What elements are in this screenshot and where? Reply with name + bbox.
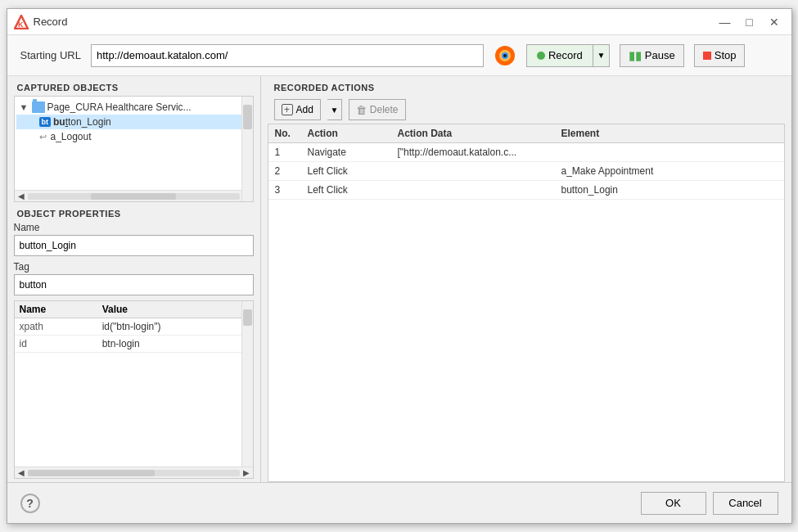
tree-scroll-area: ▼ Page_CURA Healthcare Servic... bt butt… (15, 97, 253, 190)
footer-right: OK Cancel (641, 492, 778, 515)
footer-left: ? (20, 494, 40, 513)
btn-tag: bt (39, 117, 52, 127)
action-element-1 (555, 143, 784, 162)
maximize-button[interactable]: □ (739, 14, 760, 30)
captured-objects-header: CAPTURED OBJECTS (7, 76, 260, 96)
col-action-data: Action Data (391, 124, 555, 143)
action-data-3 (391, 181, 555, 200)
props-col-value: Value (97, 301, 253, 318)
action-element-3: button_Login (555, 181, 784, 200)
tag-input[interactable] (14, 274, 254, 295)
h-scroll-track (28, 193, 240, 200)
tree-label-button-login: button_Login (53, 116, 111, 128)
props-row-id[interactable]: id btn-login (15, 336, 253, 353)
props-table-scroll: Name Value xpath id("btn-login") (15, 301, 253, 467)
tree-item-a-logout[interactable]: ↩ a_Logout (16, 129, 251, 144)
ok-button[interactable]: OK (641, 492, 706, 515)
props-scrollbar-thumb (243, 309, 252, 326)
url-input[interactable] (91, 44, 484, 67)
name-label: Name (14, 222, 254, 233)
tag-field-container: Tag (14, 261, 254, 295)
captured-objects-pane: ▼ Page_CURA Healthcare Servic... bt butt… (14, 96, 254, 202)
action-no-3: 3 (268, 181, 301, 200)
stop-icon (703, 52, 711, 60)
captured-scrollbar-thumb (243, 105, 252, 129)
tree-label-a-logout: a_Logout (51, 131, 92, 142)
props-horizontal-scrollbar[interactable]: ◀ ▶ (15, 467, 253, 478)
main-window: K Record — □ ✕ Starting URL Record (7, 8, 792, 524)
record-button-group: Record ▼ (526, 44, 610, 67)
recorded-actions-header: RECORDED ACTIONS (261, 76, 791, 96)
action-data-2 (391, 162, 555, 181)
tree-root-label: Page_CURA Healthcare Servic... (47, 101, 192, 113)
toolbar: Starting URL Record ▼ ▮▮ Pause Stop (7, 35, 791, 76)
tag-label: Tag (14, 261, 254, 273)
props-h-track (28, 470, 240, 476)
expand-icon: ▼ (20, 102, 29, 112)
action-row-1[interactable]: 1 Navigate ["http://demoaut.katalon.c... (268, 143, 784, 162)
props-h-thumb (28, 470, 155, 476)
name-field-container: Name (14, 222, 254, 256)
actions-table: No. Action Action Data Element 1 Navigat… (268, 124, 784, 200)
object-properties-header: OBJECT PROPERTIES (7, 202, 260, 222)
actions-table-wrap: No. Action Action Data Element 1 Navigat… (268, 124, 785, 482)
col-action: Action (301, 124, 391, 143)
cancel-button[interactable]: Cancel (713, 492, 778, 515)
captured-vertical-scrollbar[interactable] (241, 97, 253, 201)
props-cell-id-value: btn-login (97, 336, 253, 353)
action-name-2: Left Click (301, 162, 391, 181)
action-data-1: ["http://demoaut.katalon.c... (391, 143, 555, 162)
props-row-xpath[interactable]: xpath id("btn-login") (15, 318, 253, 336)
minimize-button[interactable]: — (715, 14, 736, 30)
name-input[interactable] (14, 235, 254, 256)
props-cell-xpath-name: xpath (15, 318, 97, 336)
record-dot (537, 52, 545, 60)
app-logo: K (14, 15, 29, 29)
actions-toolbar: + Add ▼ 🗑 Delete (261, 96, 791, 124)
captured-horizontal-scrollbar[interactable]: ◀ ▶ (15, 190, 253, 201)
props-h-right[interactable]: ▶ (243, 468, 250, 477)
action-name-3: Left Click (301, 181, 391, 200)
col-no: No. (268, 124, 301, 143)
add-label: Add (296, 104, 313, 115)
action-row-3[interactable]: 3 Left Click button_Login (268, 181, 784, 200)
stop-button[interactable]: Stop (694, 44, 746, 67)
action-no-1: 1 (268, 143, 301, 162)
props-h-left[interactable]: ◀ (18, 468, 25, 477)
window-controls: — □ ✕ (715, 14, 785, 30)
link-tag: ↩ (39, 132, 47, 142)
record-dropdown-arrow[interactable]: ▼ (593, 44, 610, 67)
pause-button[interactable]: ▮▮ Pause (620, 44, 684, 67)
action-no-2: 2 (268, 162, 301, 181)
props-table-container: Name Value xpath id("btn-login") (14, 300, 254, 479)
props-cell-id-name: id (15, 336, 97, 353)
props-vertical-scrollbar[interactable] (241, 301, 253, 467)
action-element-2: a_Make Appointment (555, 162, 784, 181)
col-element: Element (555, 124, 784, 143)
starting-url-label: Starting URL (20, 49, 81, 61)
svg-point-5 (503, 54, 507, 57)
trash-icon: 🗑 (356, 104, 367, 116)
delete-button[interactable]: 🗑 Delete (349, 99, 406, 120)
close-button[interactable]: ✕ (764, 14, 785, 30)
main-content: CAPTURED OBJECTS ▼ Page_CURA Healthcare … (7, 76, 791, 482)
plus-icon: + (282, 104, 293, 115)
action-row-2[interactable]: 2 Left Click a_Make Appointment (268, 162, 784, 181)
h-scroll-left[interactable]: ◀ (18, 192, 25, 201)
pause-icon: ▮▮ (629, 49, 642, 62)
props-table: Name Value xpath id("btn-login") (15, 301, 253, 353)
help-icon: ? (26, 497, 34, 510)
record-button[interactable]: Record (526, 44, 593, 67)
browser-icon (494, 44, 516, 67)
left-panel: CAPTURED OBJECTS ▼ Page_CURA Healthcare … (7, 76, 261, 482)
help-button[interactable]: ? (20, 494, 40, 513)
tree-root-item[interactable]: ▼ Page_CURA Healthcare Servic... (16, 100, 251, 115)
action-name-1: Navigate (301, 143, 391, 162)
svg-text:K: K (18, 20, 24, 29)
add-button[interactable]: + Add (274, 99, 321, 120)
window-title: Record (34, 16, 710, 28)
tree-item-button-login[interactable]: bt button_Login (16, 115, 251, 129)
add-dropdown-arrow[interactable]: ▼ (327, 99, 342, 120)
delete-label: Delete (370, 104, 399, 115)
folder-icon (32, 101, 45, 113)
